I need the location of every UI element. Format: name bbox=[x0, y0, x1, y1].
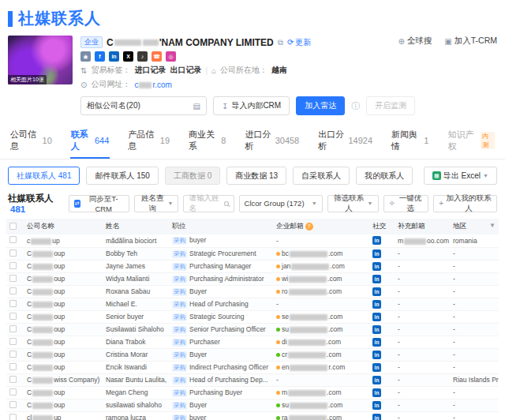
linkedin-icon[interactable]: in bbox=[109, 51, 119, 62]
join-radar-button[interactable]: 加入雷达 bbox=[296, 96, 345, 115]
tiktok-icon[interactable]: ♪ bbox=[137, 51, 148, 62]
subtab-label: 商业数据 13 bbox=[235, 171, 278, 182]
cell-region: romania bbox=[450, 234, 499, 247]
linkedin-icon[interactable]: in bbox=[372, 338, 381, 347]
subtab-email-contacts[interactable]: 邮件联系人 150 bbox=[86, 167, 158, 185]
linkedin-icon[interactable]: in bbox=[372, 414, 381, 420]
linkedin-icon[interactable]: in bbox=[372, 401, 381, 410]
tab-count: 644 bbox=[95, 136, 109, 145]
group-select-dropdown[interactable]: Clcor Group (172) ▼ bbox=[239, 195, 323, 212]
linkedin-icon[interactable]: in bbox=[372, 363, 381, 372]
company-image[interactable]: 相关图片10张 bbox=[8, 36, 73, 84]
select-all-checkbox[interactable] bbox=[9, 223, 17, 230]
global-search-button[interactable]: ⊕ 全球搜 bbox=[398, 36, 432, 47]
subtab-social-contacts[interactable]: 社媒联系人 481 bbox=[8, 167, 80, 185]
cell-social: in bbox=[369, 260, 395, 272]
filter-contacts-dropdown[interactable]: 筛选联系人 ▼ bbox=[327, 195, 379, 212]
tab-export-analysis[interactable]: 出口分析14924 bbox=[317, 123, 373, 159]
company-name: C'NAM COMPANY LIMITED bbox=[107, 37, 274, 48]
linkedin-icon[interactable]: in bbox=[372, 275, 381, 283]
cell-position: 采购Purchasing Buyer bbox=[169, 386, 273, 399]
row-checkbox[interactable] bbox=[9, 325, 17, 332]
cell-position: 采购Purchaser bbox=[169, 336, 273, 348]
website-icon[interactable]: ◉ bbox=[80, 51, 91, 62]
row-checkbox[interactable] bbox=[9, 363, 17, 370]
tab-company-info[interactable]: 公司信息10 bbox=[9, 123, 53, 159]
row-checkbox[interactable] bbox=[9, 351, 17, 358]
subtab-self-collected[interactable]: 自采联系人 bbox=[293, 167, 350, 185]
cell-checkbox bbox=[6, 373, 24, 386]
row-checkbox[interactable] bbox=[9, 388, 17, 396]
redacted-text bbox=[290, 365, 327, 371]
tab-products[interactable]: 产品信息19 bbox=[127, 123, 170, 159]
one-click-optimize-button[interactable]: ✧ 一键优选 bbox=[383, 195, 429, 212]
linkedin-icon[interactable]: in bbox=[372, 351, 381, 359]
table-header-row: 公司名称 姓名 职位 企业邮箱? 社交 补充邮箱 地区▼ bbox=[6, 219, 499, 234]
subtab-my-contacts[interactable]: 我的联系人 bbox=[356, 167, 413, 185]
row-checkbox[interactable] bbox=[9, 401, 17, 408]
similar-companies-button[interactable]: 相似公司名(20) ▤ bbox=[80, 96, 207, 115]
building-icon: ⌂ bbox=[211, 66, 216, 75]
linkedin-icon[interactable]: in bbox=[372, 249, 381, 258]
import-crm-button[interactable]: ↧ 导入内部CRM bbox=[213, 96, 290, 115]
name-query-dropdown[interactable]: 姓名查询 ▼ bbox=[134, 195, 178, 212]
filter-funnel-icon[interactable]: ▼ bbox=[489, 222, 496, 229]
row-checkbox[interactable] bbox=[9, 275, 17, 282]
info-icon[interactable]: ⓘ bbox=[351, 100, 360, 112]
row-checkbox[interactable] bbox=[9, 262, 17, 269]
tab-import-analysis[interactable]: 进口分析30458 bbox=[244, 123, 300, 159]
header-region: 地区▼ bbox=[450, 219, 499, 234]
row-checkbox[interactable] bbox=[9, 338, 17, 345]
company-website-link[interactable]: cr.com bbox=[134, 81, 171, 89]
tab-business-rel[interactable]: 商业关系8 bbox=[188, 123, 226, 159]
linkedin-icon[interactable]: in bbox=[372, 376, 381, 384]
header-position: 职位 bbox=[169, 219, 273, 234]
search-icon bbox=[224, 201, 229, 206]
row-checkbox[interactable] bbox=[9, 376, 17, 383]
help-icon[interactable]: ? bbox=[305, 223, 313, 231]
tab-contacts[interactable]: 联系人644 bbox=[70, 123, 110, 159]
linkedin-icon[interactable]: in bbox=[372, 325, 381, 334]
row-checkbox[interactable] bbox=[9, 313, 17, 320]
redacted-text bbox=[290, 403, 327, 409]
linkedin-icon[interactable]: in bbox=[372, 300, 381, 309]
join-tcrm-button[interactable]: ▣ 加入T-CRM bbox=[444, 36, 497, 47]
phone-icon[interactable]: ☎ bbox=[152, 51, 162, 62]
tab-news[interactable]: 新闻舆情1 bbox=[391, 123, 429, 159]
cell-checkbox bbox=[6, 336, 24, 348]
linkedin-icon[interactable]: in bbox=[372, 236, 381, 245]
cell-company: Coup bbox=[24, 323, 103, 336]
trade-tag-icon: ⇅ bbox=[80, 66, 87, 75]
row-checkbox[interactable] bbox=[9, 236, 17, 243]
linkedin-icon[interactable]: in bbox=[372, 388, 381, 397]
row-checkbox[interactable] bbox=[9, 287, 17, 294]
linkedin-icon[interactable]: in bbox=[372, 262, 381, 271]
tab-count: 19 bbox=[160, 136, 170, 145]
add-my-contacts-button[interactable]: + 加入我的联系人 bbox=[433, 195, 497, 212]
subtab-commerce-data[interactable]: 商业数据 13 bbox=[226, 167, 286, 185]
x-icon[interactable]: X bbox=[123, 51, 133, 62]
linkedin-icon[interactable]: in bbox=[372, 287, 381, 296]
linkedin-icon[interactable]: in bbox=[372, 313, 381, 321]
facebook-icon[interactable]: f bbox=[95, 51, 105, 62]
start-monitor-button[interactable]: 开启监测 bbox=[366, 96, 415, 115]
section-toolbar: 社媒联系人481 ⇄ 同步至T-CRM 姓名查询 ▼ 请输入姓名 Clcor G… bbox=[0, 190, 505, 219]
table-row: CoupCristina Morar采购Buyercr.comin-- bbox=[6, 348, 499, 361]
export-record-link[interactable]: 出口记录 bbox=[170, 65, 201, 76]
copy-icon[interactable]: ⧉ bbox=[278, 38, 283, 47]
cell-position: 采购Indirect Purchasing Officer bbox=[169, 361, 273, 373]
row-checkbox[interactable] bbox=[9, 300, 17, 307]
refresh-button[interactable]: ⟳更新 bbox=[287, 37, 311, 48]
sync-tcrm-button[interactable]: ⇄ 同步至T-CRM bbox=[69, 195, 129, 212]
instagram-icon[interactable]: ◎ bbox=[166, 51, 176, 62]
row-checkbox[interactable] bbox=[9, 249, 17, 257]
export-excel-button[interactable]: ▦ 导出 Excel ▼ bbox=[424, 167, 497, 185]
subtab-business-data[interactable]: 工商数据 0 bbox=[165, 167, 220, 185]
import-record-link[interactable]: 进口记录 bbox=[134, 65, 166, 76]
row-checkbox[interactable] bbox=[9, 414, 17, 420]
name-search-input[interactable]: 请输入姓名 bbox=[183, 195, 234, 212]
table-row: cupmădălina biociort采购buyer-inmoo.comrom… bbox=[6, 234, 499, 247]
tab-ip[interactable]: 知识产权内测 bbox=[447, 123, 496, 159]
image-caption: 相关图片10张 bbox=[8, 75, 47, 84]
company-info: 企业 C'NAM COMPANY LIMITED ⧉ ⟳更新 ◉finX♪☎◎ … bbox=[80, 36, 311, 90]
